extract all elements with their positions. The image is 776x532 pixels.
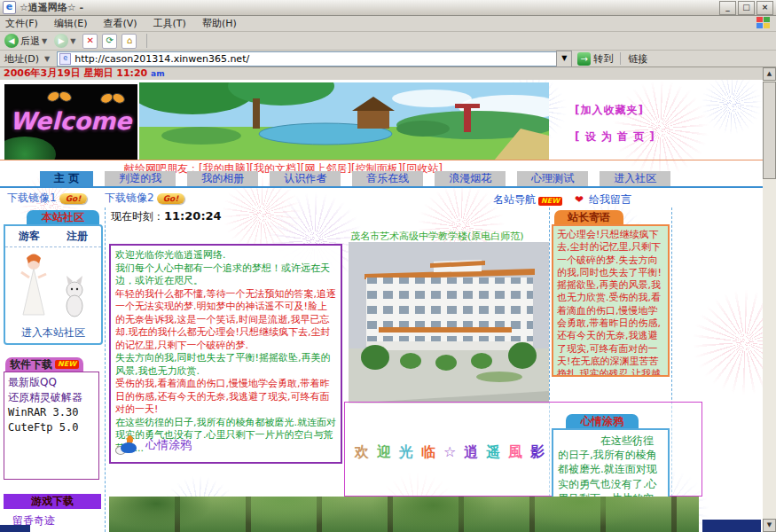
menu-bar: 文件(F) 编辑(E) 查看(V) 工具(T) 帮助(H) [0,16,776,32]
webmaster-box-tab: 站长寄语 [554,210,623,224]
heart-icon: ❤ [575,193,584,206]
mood-box-tab: 心情涂鸦 [566,414,639,428]
scenic-banner-image [139,82,549,160]
sub-nav-row: 下载镜像1Go! 下载镜像2Go! 名站导航NEW ❤给我留言 [0,191,763,207]
nav-rebel[interactable]: 判逆的我 [105,171,176,186]
address-dropdown-icon[interactable]: ▼ [556,51,572,67]
menu-help[interactable]: 帮助(H) [202,17,237,30]
enter-community-link[interactable]: 进入本站社区 [5,325,101,340]
mood-graffiti-link[interactable]: 心情涂鸦 [115,435,192,455]
time-value: 11:20:24 [164,209,222,223]
title-bar: e ☆逍遥网络☆ - _ □ × [0,0,776,16]
address-bar: 地址(D) ▼ e http://cason201314.xinwen365.n… [0,51,776,67]
links-menu[interactable]: 链接 [628,52,647,66]
back-dropdown-icon[interactable]: ▼ [42,37,47,45]
nav-home[interactable]: 主 页 [40,171,93,186]
address-input[interactable]: e http://cason201314.xinwen365.net/ [57,51,557,66]
software-box-tab: 软件下载 NEW [5,357,83,372]
back-icon[interactable]: ◀ [4,34,19,48]
school-building-photo [349,242,549,403]
maximize-button[interactable]: □ [738,1,755,15]
mirror1-link[interactable]: 下载镜像1Go! [7,191,87,206]
community-box: 游客 注册 进入本站社区 [4,224,103,345]
menu-file[interactable]: 文件(F) [5,17,38,30]
software-link-qq[interactable]: 最新版QQ [8,375,95,390]
scroll-up-icon[interactable]: ▲ [763,67,776,81]
close-button[interactable]: × [756,1,773,15]
site-nav-link[interactable]: 名站导航NEW [493,192,562,207]
welcome-text: Welcome [10,107,131,135]
welcome-marquee: 欢迎光临☆逍遥風影☆ [355,443,574,462]
software-link-winrar[interactable]: WinRAR 3.30 [8,405,95,420]
new-badge: NEW [538,197,562,206]
firework-decoration [692,289,763,395]
toolbar-separator [146,34,147,48]
page-icon: e [59,53,71,65]
new-badge: NEW [55,360,79,369]
address-url: http://cason201314.xinwen365.net/ [74,53,249,65]
window-title: ☆逍遥网络☆ - [20,1,717,14]
ie-logo-icon: e [3,1,16,14]
scroll-down-icon[interactable]: ▼ [763,519,776,532]
webmaster-message-box: 无心理会!只想继续疯下去,尘封的记忆里,只剩下一个破碎的梦.失去方向的我,同时也… [552,224,670,377]
go-badge[interactable]: Go! [157,193,185,204]
nav-community[interactable]: 进入社区 [600,171,670,186]
partial-section [0,525,30,532]
forward-dropdown-icon[interactable]: ▼ [70,37,75,45]
paragraph: 我们每个人心中都有一个追求的梦想！或许远在天边，或许近在咫尺。 [115,262,336,288]
address-label-caret-icon[interactable]: ▼ [44,55,50,63]
windows-flag-icon [756,17,771,30]
add-favorites-link[interactable]: [加入收藏夹] [575,103,644,118]
guest-link[interactable]: 游客 [19,229,40,244]
set-homepage-link[interactable]: [ 设 为 首 页 ] [575,129,655,145]
minimize-button[interactable]: _ [719,1,736,15]
register-link[interactable]: 注册 [67,229,88,244]
home-icon[interactable]: ⌂ [121,34,137,49]
go-button[interactable]: → 转到 [577,52,613,66]
paragraph: 失去方向的我,同时也失去了平衡!摇摇欲坠,再美的风景,我也无力欣赏. [115,352,336,378]
nav-fireworks[interactable]: 浪漫烟花 [435,171,506,186]
ink-bottle-icon [115,435,138,455]
software-box: 最新版QQ 还原精灵破解器 WinRAR 3.30 CuteFtp 5.0 [4,372,99,480]
photo-caption: 茂名市艺术高级中学教学楼(原电白师范) [350,230,524,243]
software-link-restore[interactable]: 还原精灵破解器 [8,390,95,405]
forward-icon[interactable]: ▶ [54,34,68,48]
menu-tools[interactable]: 工具(T) [153,17,186,30]
mirror2-link[interactable]: 下载镜像2Go! [105,191,184,206]
leave-message-link[interactable]: ❤给我留言 [575,192,631,207]
menu-edit[interactable]: 编辑(E) [54,17,88,30]
software-link-cuteftp[interactable]: CuteFtp 5.0 [8,420,95,435]
butterfly-icon [4,84,137,111]
address-label: 地址(D) [4,52,39,66]
nav-psych-test[interactable]: 心理测试 [517,171,588,186]
divider [105,207,106,532]
browser-toolbar: ◀ 后退 ▼ ▶ ▼ ✕ ⟳ ⌂ [0,32,776,51]
date-bar: 2006年3月19日 星期日 11:20 am [0,67,763,80]
menu-view[interactable]: 查看(V) [103,17,137,30]
foliage-decoration [4,137,56,160]
paragraph: 受伤的我,看着滴血的伤口,慢慢地学会勇敢,带着昨日的伤感,还有今天的无奈,我逃避… [115,378,336,417]
nav-album[interactable]: 我的相册 [187,171,258,186]
firework-decoration [701,73,763,135]
divider [0,160,763,160]
paragraph: 年轻的我什么都不懂,等待一个无法预知的答案,追逐一个无法实现的梦.明知梦中的神话… [115,288,336,353]
go-arrow-icon: → [577,52,591,66]
main-nav: 主 页 判逆的我 我的相册 认识作者 音乐在线 浪漫烟花 心理测试 进入社区 [0,173,763,188]
games-header: 游戏下载 [4,494,101,509]
web-page: 2006年3月19日 星期日 11:20 am Welcome [0,67,763,532]
nav-music[interactable]: 音乐在线 [352,171,423,186]
refresh-icon[interactable]: ⟳ [102,34,117,49]
go-badge[interactable]: Go! [59,193,88,204]
date-text: 2006年3月19日 星期日 11:20 [4,67,147,79]
vertical-scrollbar[interactable]: ▲ ▼ [763,67,776,532]
firework-decoration [612,80,709,177]
partial-section [702,520,761,532]
paragraph: 欢迎光临你光临逍遥网络. [115,249,336,262]
scrollbar-thumb[interactable] [763,82,776,179]
community-box-tab: 本站社区 [27,210,99,224]
nav-author[interactable]: 认识作者 [270,171,341,186]
stop-icon[interactable]: ✕ [82,34,98,49]
girl-and-cat-image [5,251,98,322]
back-button-label[interactable]: 后退 [20,35,40,48]
browser-window: e ☆逍遥网络☆ - _ □ × 文件(F) 编辑(E) 查看(V) 工具(T)… [0,0,776,532]
